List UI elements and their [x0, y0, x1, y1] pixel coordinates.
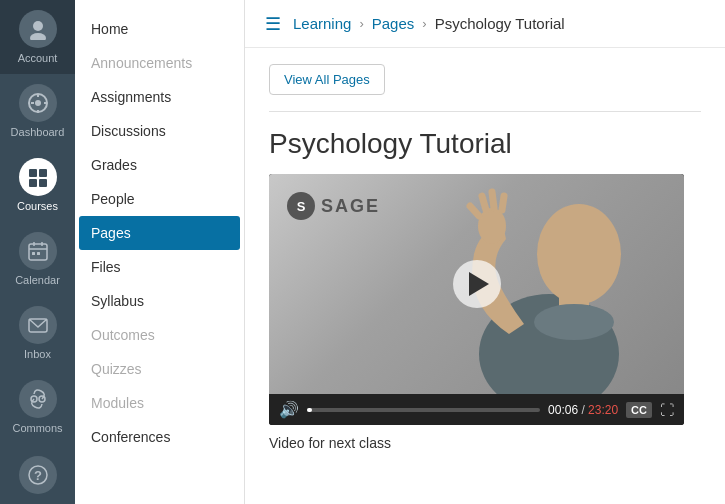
sidebar-item-quizzes[interactable]: Quizzes	[75, 352, 244, 386]
page-content: View All Pages Psychology Tutorial S SAG…	[245, 48, 725, 467]
svg-rect-17	[37, 252, 40, 255]
video-scene: S SAGE	[269, 174, 684, 394]
sidebar-item-courses[interactable]: Courses	[0, 148, 75, 222]
courses-label: Courses	[17, 200, 58, 212]
breadcrumb-current: Psychology Tutorial	[435, 15, 565, 32]
account-label: Account	[18, 52, 58, 64]
cc-button[interactable]: CC	[626, 402, 652, 418]
svg-rect-10	[29, 179, 37, 187]
svg-rect-9	[39, 169, 47, 177]
play-icon	[469, 272, 489, 296]
view-all-pages-button[interactable]: View All Pages	[269, 64, 385, 95]
help-icon: ?	[19, 456, 57, 494]
progress-bar[interactable]	[307, 408, 540, 412]
sage-circle-icon: S	[287, 192, 315, 220]
breadcrumb-pages[interactable]: Pages	[372, 15, 415, 32]
time-current: 00:06	[548, 403, 578, 417]
sidebar-item-calendar[interactable]: Calendar	[0, 222, 75, 296]
sage-text: SAGE	[321, 196, 380, 217]
svg-point-3	[35, 100, 41, 106]
calendar-icon	[19, 232, 57, 270]
sidebar-item-commons[interactable]: Commons	[0, 370, 75, 444]
courses-icon	[19, 158, 57, 196]
sidebar-item-pages[interactable]: Pages	[79, 216, 240, 250]
breadcrumb-sep-1: ›	[359, 16, 363, 31]
svg-line-28	[482, 196, 486, 210]
dashboard-icon	[19, 84, 57, 122]
page-title: Psychology Tutorial	[269, 128, 701, 160]
progress-fill	[307, 408, 312, 412]
svg-rect-16	[32, 252, 35, 255]
dashboard-label: Dashboard	[11, 126, 65, 138]
sidebar-item-syllabus[interactable]: Syllabus	[75, 284, 244, 318]
sidebar-item-conferences[interactable]: Conferences	[75, 420, 244, 454]
svg-point-0	[33, 21, 43, 31]
sidebar-item-outcomes[interactable]: Outcomes	[75, 318, 244, 352]
sidebar-item-people[interactable]: People	[75, 182, 244, 216]
inbox-label: Inbox	[24, 348, 51, 360]
breadcrumb: ☰ Learning › Pages › Psychology Tutorial	[245, 0, 725, 48]
sidebar-item-files[interactable]: Files	[75, 250, 244, 284]
svg-line-31	[470, 206, 479, 216]
video-controls-bar: 🔊 00:06 / 23:20 CC ⛶	[269, 394, 684, 425]
calendar-label: Calendar	[15, 274, 60, 286]
course-sidebar: Home Announcements Assignments Discussio…	[75, 0, 245, 504]
svg-point-26	[534, 304, 614, 340]
commons-icon	[19, 380, 57, 418]
sidebar-item-assignments[interactable]: Assignments	[75, 80, 244, 114]
commons-label: Commons	[12, 422, 62, 434]
breadcrumb-sep-2: ›	[422, 16, 426, 31]
sage-logo: S SAGE	[287, 192, 380, 220]
divider	[269, 111, 701, 112]
volume-icon[interactable]: 🔊	[279, 400, 299, 419]
sidebar-item-modules[interactable]: Modules	[75, 386, 244, 420]
time-display: 00:06 / 23:20	[548, 403, 618, 417]
breadcrumb-learning[interactable]: Learning	[293, 15, 351, 32]
svg-point-24	[537, 204, 621, 304]
sidebar-item-home[interactable]: Home	[75, 12, 244, 46]
svg-text:?: ?	[34, 468, 42, 483]
nav-bar: Account Dashboard Courses	[0, 0, 75, 504]
video-player: S SAGE	[269, 174, 684, 425]
main-content: ☰ Learning › Pages › Psychology Tutorial…	[245, 0, 725, 504]
sidebar-item-account[interactable]: Account	[0, 0, 75, 74]
svg-point-1	[30, 33, 46, 40]
svg-rect-8	[29, 169, 37, 177]
sidebar-item-announcements[interactable]: Announcements	[75, 46, 244, 80]
sidebar-item-discussions[interactable]: Discussions	[75, 114, 244, 148]
video-caption: Video for next class	[269, 435, 701, 451]
svg-rect-11	[39, 179, 47, 187]
time-total: 23:20	[588, 403, 618, 417]
menu-icon[interactable]: ☰	[265, 13, 281, 35]
account-icon	[19, 10, 57, 48]
sidebar-item-grades[interactable]: Grades	[75, 148, 244, 182]
sidebar-item-dashboard[interactable]: Dashboard	[0, 74, 75, 148]
svg-line-29	[492, 192, 494, 208]
sidebar-item-help[interactable]: ?	[0, 446, 75, 504]
inbox-icon	[19, 306, 57, 344]
sidebar-item-inbox[interactable]: Inbox	[0, 296, 75, 370]
play-button[interactable]	[453, 260, 501, 308]
svg-line-30	[502, 196, 504, 210]
fullscreen-icon[interactable]: ⛶	[660, 402, 674, 418]
